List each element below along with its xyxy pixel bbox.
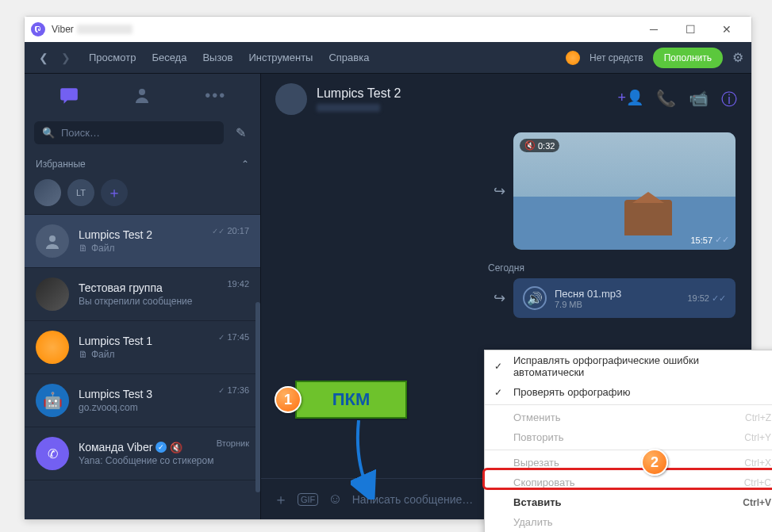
- gif-icon[interactable]: GIF: [298, 493, 318, 506]
- sidebar: ••• 🔍 Поиск… ✎ Избранные ⌃ LT ＋: [25, 74, 261, 519]
- header-actions: +👤 📞 📹 ⓘ: [617, 89, 737, 110]
- search-icon: 🔍: [42, 127, 55, 139]
- orange-icon: [566, 51, 580, 65]
- audio-file-icon: 🔊: [523, 286, 547, 310]
- menubar: ❮ ❯ Просмотр Беседа Вызов Инструменты Сп…: [25, 42, 751, 74]
- chat-time: Вторник: [217, 438, 249, 448]
- ctx-spell-auto[interactable]: ✓Исправлять орфографические ошибки автом…: [485, 350, 772, 382]
- annotation-callout-1: 1 ПКМ: [275, 377, 407, 422]
- tab-chats-icon[interactable]: [54, 80, 84, 110]
- verified-icon: ✓: [156, 442, 167, 453]
- header-avatar[interactable]: [275, 83, 307, 115]
- chat-item[interactable]: Lumpics Test 1 🗎Файл ✓17:45: [25, 321, 260, 374]
- gear-icon[interactable]: ⚙: [732, 50, 743, 65]
- ctx-delete: Удалить: [485, 512, 772, 532]
- nav-forward-icon[interactable]: ❯: [55, 47, 77, 69]
- chat-time: ✓17:45: [218, 332, 249, 342]
- maximize-button[interactable]: ☐: [672, 17, 709, 42]
- ctx-spell-check[interactable]: ✓Проверять орфографию: [485, 382, 772, 402]
- add-contact-icon[interactable]: +👤: [617, 89, 643, 110]
- chat-item[interactable]: 🤖 Lumpics Test 3 go.zvooq.com ✓17:36: [25, 374, 260, 427]
- annotation-number-2: 2: [641, 449, 668, 476]
- avatar: ✆: [36, 437, 69, 470]
- menu-call[interactable]: Вызов: [202, 52, 232, 63]
- share-icon[interactable]: ↪: [494, 289, 505, 307]
- annotation-label-pkm: ПКМ: [295, 381, 407, 419]
- chat-item[interactable]: Тестовая группа Вы открепили сообщение 1…: [25, 268, 260, 321]
- menu-view[interactable]: Просмотр: [89, 52, 136, 63]
- check-icon: ✓: [494, 361, 509, 372]
- message-row: ↪ 🔊 Песня 01.mp3 7.9 MB 19:52 ✓✓: [494, 278, 736, 318]
- menu-help[interactable]: Справка: [328, 52, 369, 63]
- viber-icon: [31, 22, 45, 36]
- audio-timestamp: 19:52 ✓✓: [687, 293, 726, 304]
- menu-right: Нет средств Пополнить ⚙: [566, 48, 743, 68]
- video-timestamp: 15:57 ✓✓: [690, 235, 729, 245]
- search-placeholder: Поиск…: [61, 127, 100, 139]
- titlebar-blur: [77, 25, 133, 34]
- tab-contacts-icon[interactable]: [127, 80, 157, 110]
- chat-item[interactable]: ✆ Команда Viber ✓ 🔇 Yana: Сообщение со с…: [25, 427, 260, 480]
- side-tabs: •••: [25, 74, 260, 117]
- check-icon: ✓: [218, 386, 225, 395]
- compose-icon[interactable]: ✎: [230, 125, 251, 140]
- avatar: [36, 224, 69, 258]
- minimize-button[interactable]: ─: [636, 17, 672, 42]
- separator: [485, 450, 772, 450]
- check-icon: ✓✓: [212, 227, 225, 235]
- chat-time: 19:42: [227, 279, 249, 289]
- audio-message[interactable]: 🔊 Песня 01.mp3 7.9 MB 19:52 ✓✓: [513, 278, 736, 318]
- share-icon[interactable]: ↪: [494, 182, 505, 200]
- header-title-block: Lumpics Test 2: [317, 86, 401, 112]
- header-name: Lumpics Test 2: [317, 86, 401, 101]
- annotation-arrow-icon: [351, 420, 382, 499]
- chat-sub: 🗎Файл: [79, 349, 249, 360]
- context-menu: ✓Исправлять орфографические ошибки автом…: [484, 350, 772, 532]
- volume-muted-icon: 🔇: [524, 140, 536, 151]
- nav-back-icon[interactable]: ❮: [33, 47, 55, 69]
- chat-sub: 🗎Файл: [79, 243, 249, 254]
- video-call-icon[interactable]: 📹: [689, 89, 709, 110]
- chat-header: Lumpics Test 2 +👤 📞 📹 ⓘ: [261, 74, 751, 124]
- titlebar-text: Viber: [52, 24, 74, 35]
- muted-icon: 🔇: [170, 442, 182, 454]
- favorite-avatar-1[interactable]: [34, 179, 61, 206]
- menu-chat[interactable]: Беседа: [152, 52, 186, 63]
- menu-items: Просмотр Беседа Вызов Инструменты Справк…: [89, 52, 369, 63]
- avatar: [36, 331, 69, 364]
- ctx-redo: ПовторитьCtrl+Y: [485, 427, 772, 447]
- scrollbar[interactable]: [255, 302, 260, 492]
- sticker-icon[interactable]: ☺: [328, 491, 342, 507]
- favorites-row: LT ＋: [25, 176, 260, 214]
- attach-icon[interactable]: ＋: [274, 490, 288, 509]
- tab-more-icon[interactable]: •••: [201, 80, 231, 110]
- chat-time: ✓17:36: [218, 385, 249, 395]
- search-row: 🔍 Поиск… ✎: [25, 117, 260, 152]
- ctx-undo: ОтменитьCtrl+Z: [485, 408, 772, 427]
- chat-item[interactable]: Lumpics Test 2 🗎Файл ✓✓20:17: [25, 215, 260, 268]
- menu-tools[interactable]: Инструменты: [248, 52, 313, 63]
- voice-call-icon[interactable]: 📞: [656, 89, 676, 110]
- file-icon: 🗎: [79, 243, 88, 254]
- video-duration: 🔇0:32: [520, 139, 559, 152]
- separator: [485, 404, 772, 405]
- chat-list[interactable]: Lumpics Test 2 🗎Файл ✓✓20:17 Тестовая гр…: [25, 214, 260, 519]
- avatar: [36, 277, 69, 311]
- audio-filename: Песня 01.mp3: [555, 288, 679, 300]
- avatar: 🤖: [36, 384, 69, 417]
- favorites-header[interactable]: Избранные ⌃: [25, 152, 260, 176]
- chevron-up-icon: ⌃: [241, 159, 249, 170]
- search-input[interactable]: 🔍 Поиск…: [34, 121, 224, 144]
- video-message[interactable]: 🔇0:32 15:57 ✓✓: [513, 132, 736, 250]
- chat-sub: go.zvooq.com: [79, 402, 249, 413]
- chat-time: ✓✓20:17: [212, 226, 249, 235]
- topup-button[interactable]: Пополнить: [653, 48, 723, 68]
- favorite-avatar-2[interactable]: LT: [67, 179, 94, 206]
- close-button[interactable]: ✕: [709, 17, 745, 42]
- header-status-blur: [317, 104, 380, 112]
- ctx-paste[interactable]: ВставитьCtrl+V: [485, 492, 772, 512]
- chat-sub: Yana: Сообщение со стикером: [79, 455, 249, 466]
- svg-point-0: [139, 89, 145, 95]
- add-favorite-button[interactable]: ＋: [101, 179, 128, 206]
- info-icon[interactable]: ⓘ: [721, 89, 737, 110]
